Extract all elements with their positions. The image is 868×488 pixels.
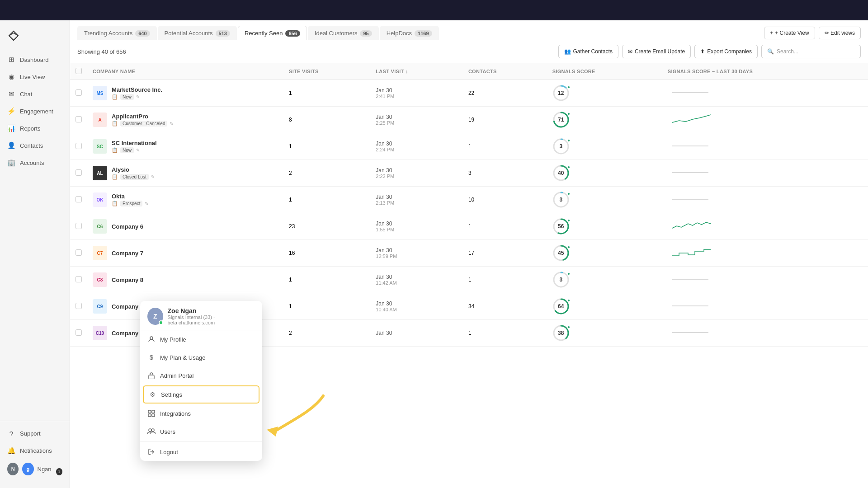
row-checkbox[interactable]: [70, 213, 87, 240]
row-site-visits: 2: [283, 320, 370, 347]
row-sparkline: [662, 187, 868, 213]
top-bar: [0, 0, 868, 20]
row-sparkline: [662, 267, 868, 293]
tab-helpdocs[interactable]: HelpDocs 1169: [380, 26, 439, 40]
row-site-visits: 23: [283, 213, 370, 240]
sidebar-item-accounts[interactable]: 🏢 Accounts: [0, 154, 70, 171]
edit-views-button[interactable]: ✏ Edit views: [819, 27, 861, 39]
tab-ideal-customers[interactable]: Ideal Customers 95: [308, 26, 379, 40]
create-view-button[interactable]: + + Create View: [764, 27, 815, 39]
engagement-icon: ⚡: [7, 107, 15, 115]
notification-count: 1: [56, 468, 62, 475]
sidebar-item-live-view[interactable]: ◉ Live View: [0, 68, 70, 85]
row-site-visits: 1: [283, 187, 370, 213]
row-score: 3: [547, 187, 662, 213]
create-email-button[interactable]: ✉ Create Email Update: [622, 45, 691, 58]
row-checkbox[interactable]: [70, 240, 87, 267]
search-placeholder: Search...: [777, 48, 798, 55]
row-contacts: 3: [463, 160, 547, 187]
lock-icon: [147, 371, 156, 380]
sidebar-item-contacts[interactable]: 👤 Contacts: [0, 137, 70, 154]
sidebar-item-support[interactable]: ? Support: [0, 425, 70, 442]
grid-icon: [147, 409, 156, 418]
row-last-visit: Jan 30 11:42 AM: [370, 267, 463, 293]
row-checkbox[interactable]: [70, 267, 87, 293]
accounts-icon: 🏢: [7, 159, 15, 167]
gather-contacts-button[interactable]: 👥 Gather Contacts: [558, 45, 618, 58]
table-row: C8 Company 8 1 Jan 30 11:42 AM 1 3: [70, 267, 868, 293]
dropdown-avatar-text: Z: [153, 313, 157, 320]
row-checkbox[interactable]: [70, 80, 87, 107]
online-indicator: [159, 320, 163, 325]
table-header-row: COMPANY NAME SITE VISITS LAST VISIT ↓ CO…: [70, 63, 868, 80]
live-view-icon: ◉: [7, 73, 15, 81]
sidebar-item-engagement[interactable]: ⚡ Engagement: [0, 103, 70, 120]
dropdown-logout[interactable]: Logout: [140, 443, 262, 461]
row-company: SC SC International 📋New✎: [87, 133, 283, 160]
row-company: C6 Company 6: [87, 213, 283, 240]
tab-actions: + + Create View ✏ Edit views: [764, 27, 861, 39]
app-logo: [0, 26, 70, 51]
settings-label: Settings: [161, 391, 182, 398]
sidebar-item-dashboard[interactable]: ⊞ Dashboard: [0, 51, 70, 68]
row-checkbox[interactable]: [70, 293, 87, 320]
row-contacts: 10: [463, 187, 547, 213]
col-last-visit: LAST VISIT ↓: [370, 63, 463, 80]
tab-trending-count: 640: [135, 30, 150, 37]
row-score: 3: [547, 133, 662, 160]
header-checkbox[interactable]: [75, 68, 82, 74]
tab-potential-label: Potential Accounts: [165, 30, 213, 37]
row-last-visit: Jan 30: [370, 320, 463, 347]
tab-recently-seen[interactable]: Recently Seen 656: [238, 26, 307, 40]
col-site-visits: SITE VISITS: [283, 63, 370, 80]
svg-point-33: [149, 429, 151, 432]
dropdown-my-plan[interactable]: $ My Plan & Usage: [140, 348, 262, 366]
row-company: C7 Company 7: [87, 240, 283, 267]
tab-potential[interactable]: Potential Accounts 513: [158, 26, 237, 40]
row-last-visit: Jan 30 2:41 PM: [370, 80, 463, 107]
row-checkbox[interactable]: [70, 133, 87, 160]
row-last-visit: Jan 30 2:13 PM: [370, 187, 463, 213]
row-checkbox[interactable]: [70, 320, 87, 347]
dropdown-integrations[interactable]: Integrations: [140, 404, 262, 422]
table-row: C6 Company 6 23 Jan 30 1:55 PM 1 56: [70, 213, 868, 240]
sidebar-item-reports[interactable]: 📊 Reports: [0, 120, 70, 137]
row-sparkline: [662, 293, 868, 320]
row-score: 3: [547, 267, 662, 293]
gather-contacts-label: Gather Contacts: [573, 48, 613, 55]
dropdown-admin-portal[interactable]: Admin Portal: [140, 366, 262, 385]
tab-ideal-label: Ideal Customers: [315, 30, 358, 37]
reports-icon: 📊: [7, 124, 15, 132]
create-email-label: Create Email Update: [635, 48, 685, 55]
col-signals-score: SIGNALS SCORE: [547, 63, 662, 80]
row-checkbox[interactable]: [70, 187, 87, 213]
dropdown-users[interactable]: Users: [140, 422, 262, 441]
row-site-visits: 1: [283, 293, 370, 320]
dropdown-settings[interactable]: ⚙ Settings: [143, 385, 259, 404]
dropdown-my-profile[interactable]: My Profile: [140, 330, 262, 348]
table-row: MS MarketSource Inc. 📋New✎ 1 Jan 30 2:41…: [70, 80, 868, 107]
sidebar-item-chat[interactable]: ✉ Chat: [0, 85, 70, 103]
row-site-visits: 2: [283, 160, 370, 187]
row-checkbox[interactable]: [70, 160, 87, 187]
integrations-label: Integrations: [160, 410, 191, 417]
col-contacts: CONTACTS: [463, 63, 547, 80]
gather-contacts-icon: 👥: [564, 48, 571, 55]
notifications-icon: 🔔: [7, 446, 15, 455]
export-button[interactable]: ⬆ Export Companies: [694, 45, 758, 58]
search-box[interactable]: 🔍 Search...: [761, 45, 861, 58]
row-contacts: 34: [463, 293, 547, 320]
tab-trending[interactable]: Trending Accounts 640: [77, 26, 157, 40]
row-checkbox[interactable]: [70, 107, 87, 133]
svg-rect-29: [148, 410, 151, 413]
sidebar-user[interactable]: N g Ngan 1: [0, 459, 70, 479]
svg-rect-30: [152, 410, 155, 413]
row-score: 45: [547, 240, 662, 267]
sidebar-item-label: Dashboard: [20, 56, 49, 63]
sidebar-item-label: Support: [20, 430, 41, 437]
tabs-bar: Trending Accounts 640 Potential Accounts…: [70, 20, 868, 40]
create-view-icon: +: [770, 30, 773, 36]
row-score: 38: [547, 320, 662, 347]
sidebar-item-notifications[interactable]: 🔔 Notifications: [0, 442, 70, 459]
tab-trending-label: Trending Accounts: [84, 30, 132, 37]
